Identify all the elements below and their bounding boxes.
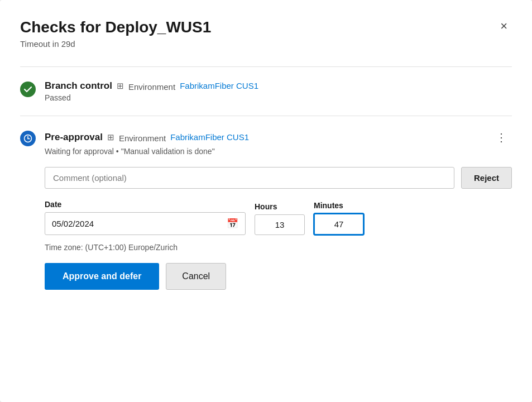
more-options-button[interactable]: ⋮ (491, 130, 512, 145)
pre-approval-section: Pre-approval ⊞ Environment FabrikamFiber… (20, 116, 512, 303)
branch-control-env-prefix: Environment (128, 82, 175, 92)
branch-control-title-row: Branch control ⊞ Environment FabrikamFib… (45, 80, 512, 92)
hours-label: Hours (255, 202, 305, 211)
date-input-wrapper[interactable]: 📅 (45, 212, 246, 235)
reject-button[interactable]: Reject (461, 167, 512, 189)
pre-approval-env-link[interactable]: FabrikamFiber CUS1 (170, 132, 249, 142)
pre-approval-name: Pre-approval (45, 132, 103, 143)
calendar-icon[interactable]: 📅 (227, 218, 238, 229)
minutes-input[interactable] (314, 213, 364, 235)
modal-subtitle: Timeout in 29d (20, 39, 211, 49)
modal-title: Checks for Deploy_WUS1 (20, 18, 211, 37)
pre-approval-content: Pre-approval ⊞ Environment FabrikamFiber… (45, 130, 512, 290)
branch-control-env-link[interactable]: FabrikamFiber CUS1 (180, 81, 258, 90)
cancel-button[interactable]: Cancel (166, 263, 226, 290)
clock-icon (23, 134, 32, 143)
pending-icon (20, 131, 36, 146)
comment-reject-row: Reject (45, 167, 512, 189)
branch-control-section: Branch control ⊞ Environment FabrikamFib… (20, 66, 512, 116)
date-label: Date (45, 200, 246, 209)
date-input[interactable] (52, 219, 222, 228)
branch-control-status: Passed (45, 93, 512, 102)
modal-title-block: Checks for Deploy_WUS1 Timeout in 29d (20, 18, 211, 49)
hours-input[interactable] (255, 214, 305, 235)
pre-approval-env-icon: ⊞ (107, 132, 114, 142)
comment-input[interactable] (45, 167, 454, 189)
pre-approval-title-row: Pre-approval ⊞ Environment FabrikamFiber… (45, 130, 512, 145)
modal-header: Checks for Deploy_WUS1 Timeout in 29d × (20, 18, 512, 49)
checkmark-icon (23, 85, 32, 94)
pre-approval-item: Pre-approval ⊞ Environment FabrikamFiber… (20, 130, 512, 290)
hours-field-group: Hours (255, 202, 305, 235)
minutes-field-group: Minutes (314, 201, 364, 235)
approve-defer-button[interactable]: Approve and defer (45, 263, 159, 290)
pre-approval-status: Waiting for approval • "Manual validatio… (45, 147, 512, 156)
branch-control-name: Branch control (45, 80, 112, 92)
close-button[interactable]: × (496, 18, 512, 35)
action-buttons-row: Approve and defer Cancel (45, 263, 512, 290)
minutes-label: Minutes (314, 201, 364, 210)
branch-control-env-icon: ⊞ (117, 81, 124, 91)
pre-approval-env-prefix: Environment (119, 133, 166, 143)
passed-icon (20, 82, 36, 97)
branch-control-item: Branch control ⊞ Environment FabrikamFib… (20, 80, 512, 102)
branch-control-content: Branch control ⊞ Environment FabrikamFib… (45, 80, 512, 102)
date-field-group: Date 📅 (45, 200, 246, 235)
timezone-text: Time zone: (UTC+1:00) Europe/Zurich (45, 243, 512, 252)
date-time-row: Date 📅 Hours Minutes (45, 200, 512, 235)
checks-modal: Checks for Deploy_WUS1 Timeout in 29d × … (0, 0, 532, 402)
approval-form: Reject Date 📅 Hours (45, 167, 512, 290)
